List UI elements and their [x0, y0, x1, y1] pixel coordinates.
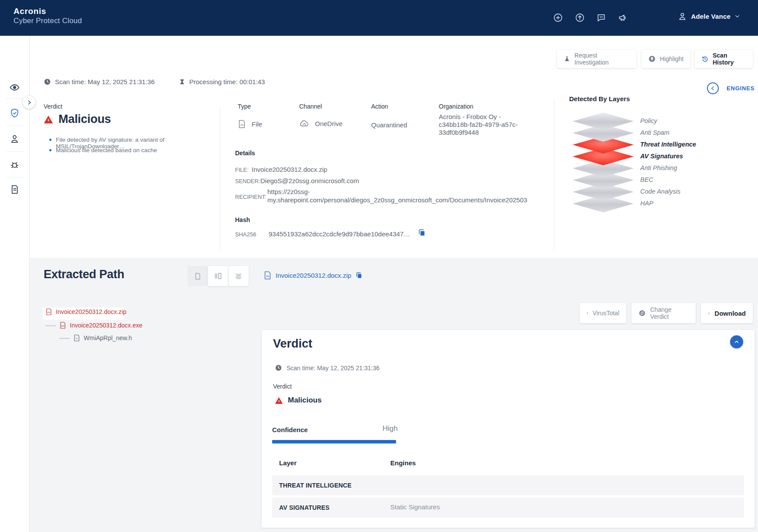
tree-item-zip[interactable]: zip Invoice20250312.docx.zip — [45, 308, 126, 316]
extracted-path-title: Extracted Path — [44, 268, 124, 281]
upload-icon[interactable] — [575, 13, 585, 23]
sidebar-item-users[interactable] — [9, 133, 20, 144]
copy-hash-icon[interactable] — [417, 228, 426, 237]
layer-label-anti-phishing: Anti Phishing — [640, 164, 677, 171]
tree-item-h-file[interactable]: h WmiApRpl_new.h — [73, 334, 132, 342]
layer-label-hap: HAP — [640, 200, 653, 207]
app-header: Acronis Cyber Protect Cloud Adele Vance — [0, 0, 758, 36]
action-value: Quarantined — [371, 121, 407, 129]
sidebar-item-threats[interactable] — [9, 159, 20, 170]
bullet-dot-icon — [49, 139, 51, 141]
add-icon[interactable] — [553, 13, 563, 23]
details-title: Details — [235, 150, 255, 157]
collapse-card-button[interactable] — [730, 335, 743, 348]
virustotal-icon — [587, 310, 588, 317]
scan-time: Scan time: May 12, 2025 21:31:36 — [44, 78, 154, 85]
recipient-value: https://2z0ssg-my.sharepoint.com/persona… — [267, 188, 550, 204]
sender-label: SENDER: — [235, 178, 260, 184]
vertical-divider — [220, 107, 220, 251]
tree-connector — [45, 325, 56, 326]
sidebar-item-monitoring[interactable] — [9, 82, 20, 93]
verdict-reason-text: Malicious file detected based on cache — [56, 147, 157, 153]
hourglass-icon — [179, 78, 185, 85]
svg-text:zip: zip — [48, 311, 51, 314]
lines-view-icon — [234, 272, 243, 280]
change-verdict-icon — [638, 309, 646, 317]
channel-value-row: OneDrive — [299, 119, 342, 127]
copy-icon[interactable] — [355, 272, 362, 279]
view-mode-document-button[interactable] — [188, 266, 208, 286]
announcements-icon[interactable] — [618, 13, 628, 23]
change-verdict-label: Change Verdict — [650, 306, 689, 320]
layer-label-policy: Policy — [640, 117, 657, 124]
split-view-icon — [214, 272, 222, 280]
processing-time: Processing time: 00:01:43 — [179, 78, 265, 85]
chevron-right-icon — [26, 99, 32, 106]
verdict-card-verdict-row: Malicious — [275, 396, 321, 405]
selected-file-chip[interactable]: zip Invoice20250312.docx.zip — [263, 271, 362, 280]
scan-time-text: Scan time: May 12, 2025 21:31:36 — [55, 78, 154, 85]
view-mode-lines-button[interactable] — [229, 266, 249, 286]
h-file-icon: h — [73, 334, 80, 342]
flask-icon — [563, 55, 570, 62]
download-button[interactable]: Download — [701, 303, 753, 323]
chevron-left-icon[interactable] — [707, 82, 719, 94]
layer-label-anti-spam: Anti Spam — [640, 129, 669, 136]
layer-label-av-signatures: AV Signatures — [640, 153, 683, 160]
highlight-button[interactable]: Highlight — [642, 50, 690, 68]
sidebar-item-protection[interactable] — [9, 108, 20, 119]
sidebar-divider — [6, 151, 24, 152]
bug-icon — [9, 159, 20, 170]
sender-value: DiegoS@2z0ssg.onmicrosoft.com — [260, 177, 359, 184]
virustotal-button[interactable]: VirusTotal — [580, 303, 626, 323]
tree-item-exe[interactable]: exe Invoice20250312.docx.exe — [59, 321, 143, 329]
tree-connector — [59, 338, 70, 339]
sidebar-expand-button[interactable] — [23, 96, 35, 109]
highlight-label: Highlight — [660, 55, 683, 62]
recipient-label: RECIPIENT: — [235, 194, 266, 200]
scan-history-label: Scan History — [713, 52, 746, 66]
acronis-cyber-protect-cloud-app: Acronis Cyber Protect Cloud Adele Vance — [0, 0, 758, 532]
engines-collapse-control[interactable]: ENGINES — [707, 82, 755, 94]
verdict-card-verdict-value: Malicious — [288, 396, 321, 405]
document-icon — [9, 184, 20, 195]
verdict-summary-label: Verdict — [44, 103, 62, 110]
file-label: FILE: — [235, 167, 249, 173]
organization-value: Acronis - Frobox Oy - c34bb18b-fa2b-4979… — [439, 113, 522, 136]
table-cell-layer: THREAT INTELLIGENCE — [279, 482, 352, 489]
verdict-card-scan-time-text: Scan time: May 12, 2025 21:31:36 — [287, 365, 379, 372]
verdict-summary-value-row: Malicious — [44, 113, 111, 126]
user-menu[interactable]: Adele Vance — [677, 11, 741, 21]
chevron-up-icon — [734, 339, 740, 345]
confidence-bar — [272, 440, 396, 443]
exe-file-icon: exe — [59, 321, 66, 329]
tree-item-name: Invoice20250312.docx.exe — [70, 322, 143, 329]
hash-algo: SHA256 — [235, 231, 256, 238]
bullet-dot-icon — [49, 149, 51, 151]
brand-logo: Acronis Cyber Protect Cloud — [14, 7, 82, 25]
shield-check-icon — [9, 108, 20, 119]
layer-label-code-analysis: Code Analysis — [640, 188, 680, 195]
request-investigation-button[interactable]: Request Investigation — [557, 50, 636, 68]
layer-label-threat-intelligence: Threat Intelligence — [640, 141, 696, 148]
layer-label-bec: BEC — [640, 176, 653, 183]
zip-file-icon: zip — [263, 271, 272, 280]
svg-text:zip: zip — [266, 275, 270, 277]
view-mode-split-button[interactable] — [208, 266, 228, 286]
onedrive-cloud-icon — [299, 119, 309, 127]
verdict-reason: Malicious file detected based on cache — [49, 147, 211, 153]
zip-file-icon: zip — [238, 119, 246, 129]
engines-label: ENGINES — [727, 85, 755, 92]
verdict-card-title: Verdict — [273, 337, 312, 351]
sidebar-divider — [6, 126, 24, 126]
sidebar-item-reports[interactable] — [9, 184, 20, 195]
sidebar-divider — [6, 99, 24, 99]
clock-icon — [275, 364, 282, 372]
change-verdict-button[interactable]: Change Verdict — [632, 303, 696, 323]
action-label: Action — [371, 103, 388, 110]
vertical-divider — [554, 99, 554, 250]
lightbulb-icon — [648, 55, 656, 63]
verdict-card-verdict-label: Verdict — [273, 383, 292, 390]
feedback-icon[interactable] — [596, 13, 606, 23]
scan-history-button[interactable]: Scan History — [695, 50, 753, 68]
